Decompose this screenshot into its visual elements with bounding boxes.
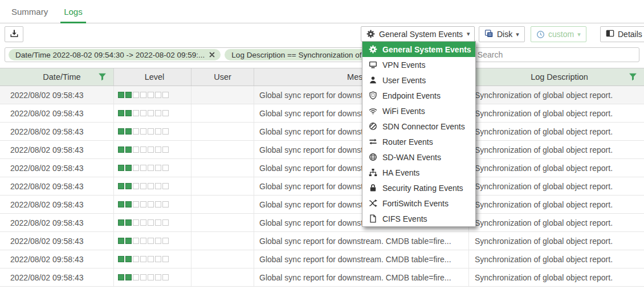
- level-square: [118, 219, 124, 226]
- table-row[interactable]: 2022/08/02 09:58:43 Global sync report f…: [0, 86, 644, 104]
- filter-funnel-icon[interactable]: [98, 73, 107, 82]
- level-square: [133, 183, 139, 189]
- sdwan-icon: [368, 153, 378, 161]
- menu-item[interactable]: CIFS Events: [362, 211, 475, 226]
- event-type-dropdown-button[interactable]: General System Events ▾: [361, 26, 475, 42]
- menu-item[interactable]: User Events: [362, 72, 475, 88]
- menu-item[interactable]: SD-WAN Events: [362, 149, 475, 165]
- tab-logs[interactable]: Logs: [56, 0, 91, 23]
- level-square: [148, 274, 154, 280]
- chevron-down-icon: ▾: [467, 31, 470, 37]
- table-row[interactable]: 2022/08/02 09:58:43 Global sync report f…: [0, 159, 644, 177]
- tab-summary[interactable]: Summary: [3, 0, 56, 23]
- table-row[interactable]: 2022/08/02 09:58:43 Global sync report f…: [0, 177, 644, 196]
- table-body: 2022/08/02 09:58:43 Global sync report f…: [0, 86, 644, 287]
- column-label: User: [214, 72, 231, 82]
- filter-search-bar[interactable]: Date/Time 2022-08-02 09:54:30 -> 2022-08…: [5, 47, 639, 62]
- gear-icon: [366, 30, 375, 38]
- details-button[interactable]: Details: [600, 26, 644, 42]
- level-square: [133, 274, 139, 280]
- level-square: [140, 128, 146, 135]
- pill-close-icon[interactable]: [209, 51, 215, 58]
- level-square: [140, 238, 146, 244]
- level-square: [140, 256, 146, 262]
- level-square: [148, 128, 154, 135]
- table-row[interactable]: 2022/08/02 09:58:43 Global sync report f…: [0, 232, 644, 250]
- menu-item[interactable]: WiFi Events: [362, 103, 475, 119]
- level-square: [125, 238, 132, 244]
- level-cell: [114, 123, 191, 140]
- user-icon: [368, 76, 378, 84]
- user-cell: [191, 250, 254, 268]
- user-cell: [191, 214, 254, 231]
- disk-location-button[interactable]: Disk ▾: [479, 26, 525, 42]
- column-header[interactable]: User: [191, 68, 254, 86]
- level-square: [148, 92, 154, 98]
- level-indicator: [118, 183, 169, 189]
- user-cell: [191, 123, 254, 140]
- event-type-menu: General System Events VPN Events User Ev…: [362, 41, 476, 227]
- download-button[interactable]: [5, 26, 23, 42]
- column-header[interactable]: Log Description: [469, 68, 644, 86]
- level-indicator: [118, 274, 169, 280]
- log-viewer: Summary Logs General System Events ▾ Dis…: [0, 0, 644, 293]
- column-header[interactable]: Level: [114, 68, 191, 86]
- monitor-icon: [368, 60, 378, 69]
- table-row[interactable]: 2022/08/02 09:58:43 Global sync report f…: [0, 196, 644, 214]
- level-indicator: [118, 110, 169, 116]
- clock-icon: [536, 30, 545, 39]
- datetime-cell: 2022/08/02 09:58:43: [0, 268, 114, 286]
- level-square: [162, 165, 169, 171]
- lock-icon: [368, 184, 378, 192]
- table-row[interactable]: 2022/08/02 09:58:43 Global sync report f…: [0, 123, 644, 141]
- level-square: [133, 219, 139, 226]
- level-square: [148, 256, 154, 262]
- table-row[interactable]: 2022/08/02 09:58:43 Global sync report f…: [0, 268, 644, 287]
- level-indicator: [118, 92, 169, 98]
- filter-pill[interactable]: Date/Time 2022-08-02 09:54:30 -> 2022-08…: [9, 49, 221, 60]
- menu-item-label: Security Rating Events: [382, 184, 463, 193]
- level-square: [162, 146, 169, 153]
- level-square: [148, 165, 154, 171]
- level-square: [118, 146, 124, 153]
- ha-icon: [368, 168, 378, 177]
- message-cell: Global sync report for downstream. CMDB …: [254, 268, 469, 286]
- sdn-icon: [368, 122, 378, 131]
- level-square: [155, 128, 161, 135]
- column-header[interactable]: Date/Time: [0, 68, 114, 86]
- menu-item[interactable]: FortiSwitch Events: [362, 196, 475, 211]
- menu-item[interactable]: Security Rating Events: [362, 180, 475, 196]
- user-cell: [191, 177, 254, 195]
- custom-time-button[interactable]: custom ▾: [531, 26, 586, 42]
- filter-funnel-icon[interactable]: [629, 73, 637, 82]
- menu-item[interactable]: SDN Connector Events: [362, 119, 475, 134]
- gear-icon: [368, 45, 378, 54]
- details-label: Details: [618, 30, 642, 39]
- level-square: [133, 92, 139, 98]
- menu-item[interactable]: HA Events: [362, 165, 475, 180]
- level-indicator: [118, 201, 169, 207]
- menu-item[interactable]: General System Events: [362, 42, 475, 57]
- table-row[interactable]: 2022/08/02 09:58:43 Global sync report f…: [0, 214, 644, 232]
- level-cell: [114, 104, 191, 122]
- table-header: Date/Time Level User Message Log Descrip…: [0, 68, 644, 86]
- table-row[interactable]: 2022/08/02 09:58:43 Global sync report f…: [0, 250, 644, 268]
- search-input[interactable]: [476, 50, 635, 60]
- menu-item[interactable]: Endpoint Events: [362, 88, 475, 103]
- custom-time-label: custom: [548, 30, 574, 39]
- level-cell: [114, 86, 191, 104]
- table-row[interactable]: 2022/08/02 09:58:43 Global sync report f…: [0, 141, 644, 159]
- level-square: [162, 110, 169, 116]
- user-cell: [191, 104, 254, 122]
- log-description-cell: Synchronization of global object report.: [469, 268, 644, 286]
- level-square: [125, 128, 132, 135]
- level-indicator: [118, 219, 169, 226]
- log-description-cell: Synchronization of global object report.: [469, 123, 644, 140]
- level-square: [118, 238, 124, 244]
- log-description-cell: Synchronization of global object report.: [469, 159, 644, 177]
- log-description-cell: Synchronization of global object report.: [469, 104, 644, 122]
- menu-item[interactable]: VPN Events: [362, 57, 475, 72]
- datetime-cell: 2022/08/02 09:58:43: [0, 86, 114, 104]
- table-row[interactable]: 2022/08/02 09:58:43 Global sync report f…: [0, 104, 644, 123]
- menu-item[interactable]: Router Events: [362, 134, 475, 149]
